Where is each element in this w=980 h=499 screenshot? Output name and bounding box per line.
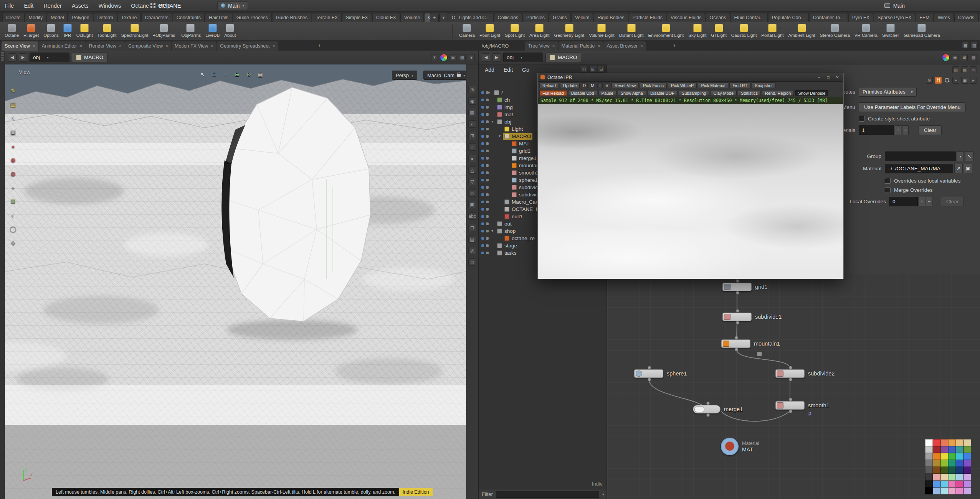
pane-tab[interactable]: Animation Editor [39, 41, 86, 51]
palette-swatch[interactable] [963, 487, 971, 494]
shelf-tab-menu-button[interactable] [439, 13, 448, 22]
selectable-flag-dot[interactable] [486, 99, 489, 101]
display-flag-dot[interactable] [481, 157, 484, 160]
camera-dropdown[interactable]: Macro_Cam [423, 71, 466, 80]
selectable-flag-dot[interactable] [486, 106, 489, 109]
palette-swatch[interactable] [948, 446, 956, 453]
shelf-tab[interactable]: Texture [117, 13, 141, 22]
palette-swatch[interactable] [933, 487, 940, 494]
pane-tab[interactable]: Motion FX View [172, 41, 216, 51]
palette-swatch[interactable] [933, 467, 940, 474]
local-overrides-field[interactable]: 0 [889, 197, 918, 206]
column-view-icon[interactable]: ▥ [952, 66, 959, 73]
shelf-tool[interactable]: Volume Light [587, 23, 617, 38]
shelf-tool[interactable]: VR Camera [852, 23, 880, 38]
palette-swatch[interactable] [948, 460, 956, 467]
ipr-button[interactable]: Clay Mode [710, 90, 737, 96]
palette-swatch[interactable] [948, 467, 956, 474]
node-mat[interactable]: Material MAT [721, 438, 759, 455]
list-view-icon[interactable]: ▤ [970, 66, 977, 73]
palette-swatch[interactable] [963, 467, 971, 474]
shelf-tool[interactable]: Area Light [527, 23, 552, 38]
selectable-flag-dot[interactable] [486, 179, 489, 181]
display-option-icon[interactable]: □ [468, 259, 476, 266]
shelf-tab[interactable]: Rigid Bodies [593, 13, 628, 22]
display-flag-dot[interactable] [481, 186, 484, 189]
display-option-icon[interactable]: abc [468, 212, 476, 220]
context-dropdown[interactable]: obj [30, 53, 69, 62]
palette-swatch[interactable] [963, 474, 971, 481]
palette-swatch[interactable] [956, 487, 963, 494]
selectable-flag-dot[interactable] [486, 150, 489, 152]
group-field[interactable] [885, 152, 956, 161]
viewport-tool-icon[interactable]: ⊞ [233, 71, 241, 78]
node-smooth1[interactable]: smooth1 [775, 401, 830, 410]
viewport-tool-icon[interactable]: ⊙ [245, 71, 253, 78]
palette-swatch[interactable] [948, 453, 956, 460]
list-view-icon[interactable]: ▤ [970, 54, 977, 61]
palette-swatch[interactable] [963, 481, 971, 487]
grid-view-icon[interactable]: ▦ [961, 66, 968, 73]
magnifier-icon[interactable] [944, 77, 950, 84]
pane-tab[interactable]: Render View [86, 41, 125, 51]
attributes-dropdown[interactable]: Primitive Attributes [859, 87, 917, 97]
filter-dropdown-icon[interactable] [602, 492, 604, 496]
operator-chooser-icon[interactable]: ▣ [964, 164, 972, 173]
palette-swatch[interactable] [933, 474, 940, 481]
maximize-pane-icon[interactable]: ▧ [971, 42, 978, 49]
increment-button[interactable]: + [919, 197, 925, 206]
display-flag-dot[interactable] [481, 91, 484, 94]
palette-swatch[interactable] [933, 460, 940, 467]
display-flag-dot[interactable] [481, 128, 484, 130]
increment-button[interactable]: + [895, 125, 901, 135]
shelf-tab[interactable]: Container To... [809, 13, 848, 22]
palette-swatch[interactable] [933, 453, 940, 460]
palette-swatch[interactable] [933, 439, 940, 446]
forward-icon[interactable]: ▶ [492, 53, 501, 62]
shelf-tab[interactable]: Volume [400, 13, 424, 22]
monitor-icon[interactable] [884, 3, 890, 8]
palette-swatch[interactable] [925, 446, 933, 453]
shelf-tool[interactable]: Environment Light [646, 23, 686, 38]
shelf-tool[interactable]: Portal Light [759, 23, 786, 38]
selectable-flag-dot[interactable] [486, 244, 489, 247]
color-wheel-icon[interactable] [440, 54, 447, 61]
material-node-icon[interactable] [721, 438, 739, 455]
shelf-tab[interactable]: Guide Process [233, 13, 272, 22]
octane-ipr-window[interactable]: Octane IPR ReloadUpdateDMIVReset ViewPic… [537, 73, 844, 279]
shelf-tool[interactable]: About [222, 23, 238, 38]
shelf-tool[interactable]: Distant Light [617, 23, 646, 38]
houdini-logo-icon[interactable]: H [935, 77, 942, 84]
materials-count-field[interactable]: 1 [859, 125, 894, 135]
shelf-tab[interactable]: Model [47, 13, 68, 22]
node-merge1[interactable]: merge1 [693, 405, 743, 413]
viewport-tool-icon[interactable]: ◯ [8, 225, 18, 233]
shelf-tool[interactable]: Ambient Light [786, 23, 818, 38]
menu-item[interactable]: Edit [19, 1, 38, 11]
ipr-button[interactable]: I [597, 82, 602, 88]
shelf-tool[interactable]: Camera [457, 23, 477, 38]
node-body[interactable] [693, 405, 721, 413]
selectable-flag-dot[interactable] [486, 186, 489, 189]
shelf-tab[interactable]: Create [2, 13, 25, 22]
pane-tab[interactable]: Tree View [525, 41, 558, 51]
shelf-tab[interactable]: Hair Utils [205, 13, 232, 22]
display-flag-dot[interactable] [481, 252, 484, 254]
viewport-tool-icon[interactable]: ⊞ [8, 197, 18, 206]
palette-swatch[interactable] [940, 487, 948, 494]
merge-overrides-checkbox[interactable] [885, 187, 891, 193]
selectable-flag-dot[interactable] [486, 201, 489, 203]
desktop-selector[interactable]: Main ▾ [217, 2, 248, 10]
ipr-button[interactable]: Pick Material [698, 82, 728, 88]
current-node-chip[interactable]: MACRO [545, 53, 581, 62]
viewport-tool-icon[interactable]: ▤ [8, 100, 18, 109]
selectable-flag-dot[interactable] [486, 113, 489, 116]
display-flag-dot[interactable] [481, 135, 484, 138]
palette-swatch[interactable] [956, 474, 963, 481]
display-flag-dot[interactable] [481, 244, 484, 247]
selectable-flag-dot[interactable] [486, 230, 489, 232]
node-grid1[interactable]: grid1 [722, 283, 767, 291]
palette-swatch[interactable] [948, 474, 956, 481]
selectable-flag-dot[interactable] [486, 142, 489, 145]
shelf-tool[interactable]: LiveDB [203, 23, 222, 38]
